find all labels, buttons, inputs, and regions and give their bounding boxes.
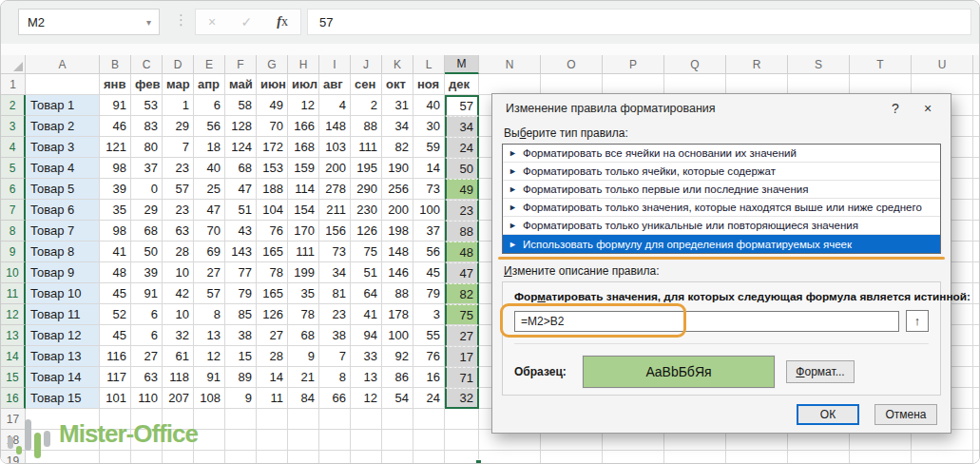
close-icon[interactable]: × — [914, 101, 941, 116]
column-header-N[interactable]: N — [479, 55, 541, 74]
cell-H15[interactable]: 21 — [288, 367, 319, 388]
cell-M15[interactable]: 71 — [445, 367, 479, 388]
cell-E2[interactable]: 6 — [194, 95, 225, 116]
cell-A13[interactable]: Товар 12 — [26, 325, 100, 346]
cell-A8[interactable]: Товар 7 — [26, 221, 100, 242]
cell-B4[interactable]: 121 — [100, 137, 131, 158]
cell-H6[interactable]: 114 — [288, 179, 319, 200]
cell-G1[interactable]: июн — [257, 74, 288, 95]
cell-M16[interactable]: 32 — [445, 388, 479, 409]
cell-F3[interactable]: 128 — [225, 116, 257, 137]
cell-M17[interactable] — [445, 409, 479, 430]
cell-G2[interactable]: 49 — [257, 95, 288, 116]
cell-B13[interactable]: 45 — [100, 325, 131, 346]
cell-C9[interactable]: 50 — [131, 242, 163, 262]
cell-G6[interactable]: 188 — [257, 179, 288, 200]
cell-I5[interactable]: 200 — [319, 158, 351, 179]
cell-L9[interactable]: 56 — [413, 242, 445, 262]
cell-I2[interactable]: 4 — [319, 95, 351, 116]
column-header-H[interactable]: H — [288, 55, 319, 74]
cell-I13[interactable]: 38 — [319, 325, 351, 346]
cell-G17[interactable] — [257, 409, 288, 430]
cell-J12[interactable]: 41 — [351, 304, 382, 325]
cell-J5[interactable]: 195 — [351, 158, 382, 179]
cell-F19[interactable] — [225, 451, 257, 464]
cell-A9[interactable]: Товар 8 — [26, 242, 100, 262]
cell-L17[interactable] — [413, 409, 445, 430]
cell-H11[interactable]: 35 — [288, 283, 319, 304]
cell-Q1[interactable] — [664, 74, 726, 95]
cell-K9[interactable]: 148 — [382, 242, 413, 262]
cell-E5[interactable]: 40 — [194, 158, 225, 179]
cell-J11[interactable]: 64 — [351, 283, 382, 304]
cell-K17[interactable] — [382, 409, 413, 430]
cell-B2[interactable]: 91 — [100, 95, 131, 116]
name-box-dropdown-icon[interactable]: ▾ — [146, 17, 159, 28]
cell-J2[interactable]: 2 — [351, 95, 382, 116]
cell-L15[interactable]: 16 — [413, 367, 445, 388]
cell-J9[interactable]: 75 — [351, 242, 382, 262]
rule-type-item[interactable]: ►Форматировать только ячейки, которые со… — [503, 163, 940, 181]
cell-A3[interactable]: Товар 2 — [26, 116, 100, 137]
cell-M3[interactable]: 34 — [445, 116, 479, 137]
cell-D15[interactable]: 118 — [163, 367, 194, 388]
cell-D5[interactable]: 23 — [163, 158, 194, 179]
cell-H10[interactable]: 199 — [288, 262, 319, 283]
cell-B10[interactable]: 48 — [100, 262, 131, 283]
cell-I4[interactable]: 103 — [319, 137, 351, 158]
cell-J14[interactable]: 33 — [351, 346, 382, 367]
cell-M14[interactable]: 17 — [445, 346, 479, 367]
cell-L7[interactable]: 100 — [413, 200, 445, 221]
cell-H9[interactable]: 111 — [288, 242, 319, 262]
cell-D4[interactable]: 7 — [163, 137, 194, 158]
cell-K3[interactable]: 34 — [382, 116, 413, 137]
cell-M8[interactable]: 88 — [445, 221, 479, 242]
cell-A15[interactable]: Товар 14 — [26, 367, 100, 388]
cell-A14[interactable]: Товар 13 — [26, 346, 100, 367]
cell-A1[interactable] — [26, 74, 100, 95]
column-header-C[interactable]: C — [131, 55, 163, 74]
cell-D10[interactable]: 10 — [163, 262, 194, 283]
cell-F13[interactable]: 38 — [225, 325, 257, 346]
cell-F6[interactable]: 47 — [225, 179, 257, 200]
cell-C4[interactable]: 80 — [131, 137, 163, 158]
cell-E1[interactable]: апр — [194, 74, 225, 95]
cell-E10[interactable]: 27 — [194, 262, 225, 283]
cell-K14[interactable]: 92 — [382, 346, 413, 367]
cell-I9[interactable]: 73 — [319, 242, 351, 262]
cell-E8[interactable]: 70 — [194, 221, 225, 242]
row-header-8[interactable]: 8 — [1, 221, 26, 242]
cell-G9[interactable]: 165 — [257, 242, 288, 262]
cell-E11[interactable]: 57 — [194, 283, 225, 304]
cell-T1[interactable] — [850, 74, 912, 95]
dialog-title-bar[interactable]: Изменение правила форматирования ? × — [492, 94, 951, 119]
confirm-entry-icon[interactable]: ✓ — [240, 14, 252, 29]
collapse-dialog-button[interactable]: ↑ — [906, 310, 929, 332]
cell-L1[interactable]: ноя — [413, 74, 445, 95]
insert-function-icon[interactable]: fx — [277, 14, 288, 29]
cell-I18[interactable] — [319, 430, 351, 451]
cell-F17[interactable] — [225, 409, 257, 430]
cell-R19[interactable] — [726, 451, 788, 464]
cell-H7[interactable]: 154 — [288, 200, 319, 221]
cell-G16[interactable]: 11 — [257, 388, 288, 409]
cell-J15[interactable]: 13 — [351, 367, 382, 388]
cell-B5[interactable]: 98 — [100, 158, 131, 179]
cancel-entry-icon[interactable]: × — [208, 14, 216, 29]
rule-type-item[interactable]: ►Форматировать только уникальные или пов… — [503, 217, 940, 235]
cell-U19[interactable] — [912, 451, 973, 464]
cell-K12[interactable]: 178 — [382, 304, 413, 325]
cell-D1[interactable]: мар — [163, 74, 194, 95]
cell-B6[interactable]: 39 — [100, 179, 131, 200]
cell-A10[interactable]: Товар 9 — [26, 262, 100, 283]
cell-E17[interactable] — [194, 409, 225, 430]
column-header-O[interactable]: O — [541, 55, 603, 74]
cell-J10[interactable]: 51 — [351, 262, 382, 283]
cell-I17[interactable] — [319, 409, 351, 430]
formula-input[interactable]: =M2>B2 — [514, 311, 899, 332]
cell-C12[interactable]: 6 — [131, 304, 163, 325]
column-header-E[interactable]: E — [194, 55, 225, 74]
cell-K6[interactable]: 256 — [382, 179, 413, 200]
cell-K5[interactable]: 190 — [382, 158, 413, 179]
cell-A11[interactable]: Товар 10 — [26, 283, 100, 304]
